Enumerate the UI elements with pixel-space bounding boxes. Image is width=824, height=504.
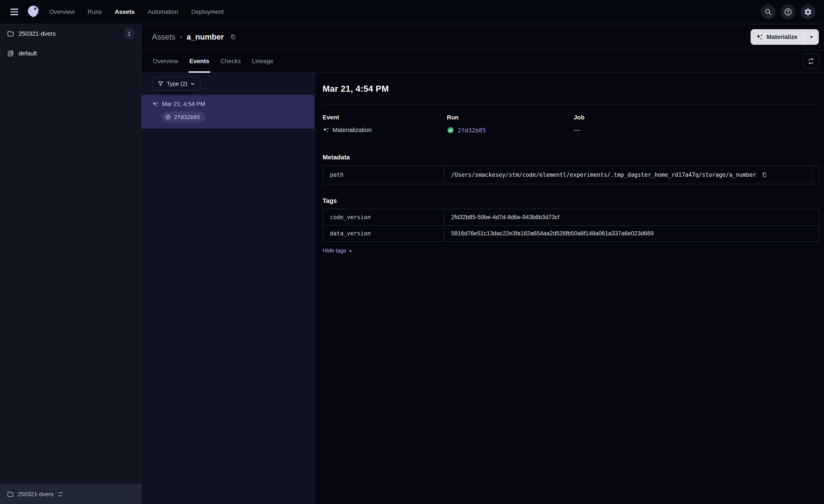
materialization-sparkle-icon xyxy=(152,101,159,108)
folder-icon xyxy=(7,30,14,37)
gear-icon xyxy=(804,8,812,16)
dagster-logo-icon[interactable] xyxy=(26,4,41,20)
event-column-label: Event xyxy=(323,114,447,121)
breadcrumb-assets-link[interactable]: Assets xyxy=(152,32,175,41)
event-detail-panel: Mar 21, 4:54 PM Event Materialization xyxy=(315,73,824,504)
refresh-icon xyxy=(807,57,815,65)
tab-checks[interactable]: Checks xyxy=(220,50,241,72)
metadata-section: Metadata path /Users/smackesey/stm/code/… xyxy=(323,154,820,184)
reload-icon xyxy=(58,491,64,497)
primary-nav: Overview Runs Assets Automation Deployme… xyxy=(49,8,224,15)
nav-actions xyxy=(761,5,815,19)
job-empty-value: — xyxy=(574,127,580,133)
footer-code-location-label: 250321-dvers xyxy=(18,491,54,498)
chevron-down-icon xyxy=(190,81,195,86)
run-success-icon xyxy=(447,127,454,134)
table-row: path /Users/smackesey/stm/code/elementl/… xyxy=(323,166,819,184)
nav-item-runs[interactable]: Runs xyxy=(88,8,102,15)
hide-tags-link[interactable]: Hide tags xyxy=(323,247,352,254)
tags-heading: Tags xyxy=(323,197,820,205)
metadata-table: path /Users/smackesey/stm/code/elementl/… xyxy=(323,165,820,184)
event-detail-title: Mar 21, 4:54 PM xyxy=(323,84,820,94)
menu-icon[interactable] xyxy=(7,5,22,19)
metadata-key: path xyxy=(323,166,444,184)
event-run-pill[interactable]: 2fd32b85 xyxy=(162,111,205,123)
event-type-value: Materialization xyxy=(332,127,372,133)
nav-item-overview[interactable]: Overview xyxy=(49,8,75,15)
asset-catalog-sidebar: 250321-dvers 1 default 250321-dvers xyxy=(0,24,141,504)
copy-icon xyxy=(230,34,236,40)
event-timestamp: Mar 21, 4:54 PM xyxy=(162,101,205,108)
tag-value: 5816d76e51c13dac22e3fa182a654aa2d526fb50… xyxy=(451,230,653,237)
table-row: code_version 2fd32b85-59be-4d7d-8d6e-943… xyxy=(323,209,819,225)
event-run-job-grid: Event Materialization Run xyxy=(323,114,820,134)
run-column-label: Run xyxy=(447,114,574,121)
table-row: data_version 5816d76e51c13dac22e3fa182a6… xyxy=(323,225,819,241)
copy-icon xyxy=(761,172,767,178)
type-filter-label: Type (2) xyxy=(167,81,187,87)
tab-overview[interactable]: Overview xyxy=(152,50,179,72)
run-target-icon xyxy=(165,114,171,120)
run-column: Run 2fd32b85 xyxy=(447,114,574,134)
materialize-button[interactable]: Materialize xyxy=(751,29,804,45)
materialize-sparkle-icon xyxy=(756,33,763,41)
asset-tabs-row: Overview Events Checks Lineage xyxy=(141,50,824,73)
copy-asset-key-button[interactable] xyxy=(230,34,236,40)
run-id-link[interactable]: 2fd32b85 xyxy=(458,127,486,134)
asset-tabs: Overview Events Checks Lineage xyxy=(152,50,275,72)
folder-icon xyxy=(7,491,14,498)
materialize-split-button: Materialize xyxy=(751,29,819,45)
type-filter-button[interactable]: Type (2) xyxy=(152,77,201,91)
event-list-item-selected[interactable]: Mar 21, 4:54 PM 2fd32b85 xyxy=(141,95,314,129)
tags-table: code_version 2fd32b85-59be-4d7d-8d6e-943… xyxy=(323,209,820,242)
top-navigation: Overview Runs Assets Automation Deployme… xyxy=(0,0,824,24)
sidebar-footer[interactable]: 250321-dvers xyxy=(0,484,141,504)
sidebar-item-code-location[interactable]: 250321-dvers 1 xyxy=(0,24,141,44)
tag-key: data_version xyxy=(323,226,444,241)
metadata-heading: Metadata xyxy=(323,154,820,161)
asset-detail-page: Assets › a_number xyxy=(141,24,824,504)
asset-group-icon xyxy=(7,50,14,57)
filter-funnel-icon xyxy=(158,81,164,87)
settings-button[interactable] xyxy=(801,5,815,19)
tags-section: Tags code_version 2fd32b85-59be-4d7d-8d6… xyxy=(323,197,820,254)
nav-item-deployment[interactable]: Deployment xyxy=(191,8,224,15)
job-column: Job — xyxy=(574,114,820,134)
triangle-up-icon xyxy=(348,249,352,253)
event-list-panel: Type (2) Mar 21, 4:54 PM xyxy=(141,73,315,504)
tab-events[interactable]: Events xyxy=(189,50,210,72)
materialization-sparkle-icon xyxy=(323,127,329,133)
tag-key: code_version xyxy=(323,209,444,225)
event-filter-row: Type (2) xyxy=(141,73,314,95)
breadcrumb: Assets › a_number xyxy=(152,32,236,41)
code-location-label: 250321-dvers xyxy=(19,30,120,37)
caret-down-icon xyxy=(809,35,814,39)
asset-group-label: default xyxy=(19,50,134,57)
hide-tags-label: Hide tags xyxy=(323,247,346,254)
materialize-button-label: Materialize xyxy=(766,33,798,40)
search-icon xyxy=(764,8,772,16)
help-icon xyxy=(784,8,792,16)
tab-lineage[interactable]: Lineage xyxy=(251,50,275,72)
tag-value: 2fd32b85-59be-4d7d-8d6e-943b6b3d73cf xyxy=(451,214,559,221)
event-column: Event Materialization xyxy=(323,114,447,134)
page-header: Assets › a_number xyxy=(141,24,824,50)
metadata-path-link[interactable]: /Users/smackesey/stm/code/elementl/exper… xyxy=(451,171,756,178)
help-button[interactable] xyxy=(781,5,796,19)
copy-path-button[interactable] xyxy=(761,172,767,178)
page-title: a_number xyxy=(187,32,224,41)
refresh-events-button[interactable] xyxy=(803,53,819,69)
nav-item-assets[interactable]: Assets xyxy=(115,8,135,15)
breadcrumb-chevron-icon: › xyxy=(180,32,182,41)
event-run-id: 2fd32b85 xyxy=(174,114,200,120)
job-column-label: Job xyxy=(574,114,820,121)
search-button[interactable] xyxy=(761,5,776,19)
sidebar-item-asset-group[interactable]: default xyxy=(0,44,141,63)
materialize-dropdown-button[interactable] xyxy=(804,29,819,45)
nav-item-automation[interactable]: Automation xyxy=(148,8,178,15)
asset-count-badge: 1 xyxy=(124,28,134,39)
